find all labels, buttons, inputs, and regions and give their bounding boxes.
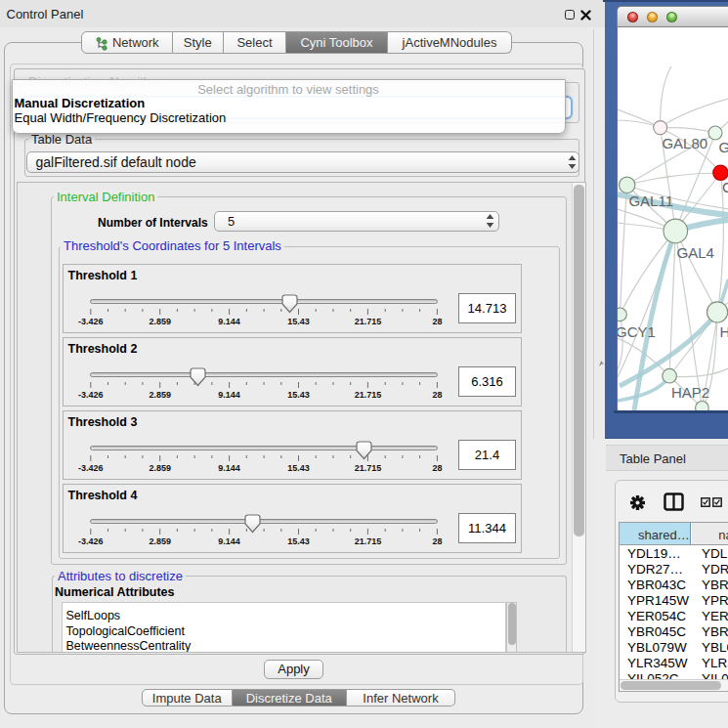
svg-text:GAL11: GAL11 (628, 193, 673, 209)
svg-text:HAP2: HAP2 (671, 383, 709, 400)
svg-text:GAL4: GAL4 (676, 243, 713, 260)
svg-text:GCY1: GCY1 (618, 323, 656, 340)
svg-text:HA: HA (719, 322, 728, 339)
svg-text:GAL80: GAL80 (662, 135, 707, 151)
svg-text:GA: GA (718, 138, 728, 154)
svg-text:CA: CA (722, 178, 728, 194)
